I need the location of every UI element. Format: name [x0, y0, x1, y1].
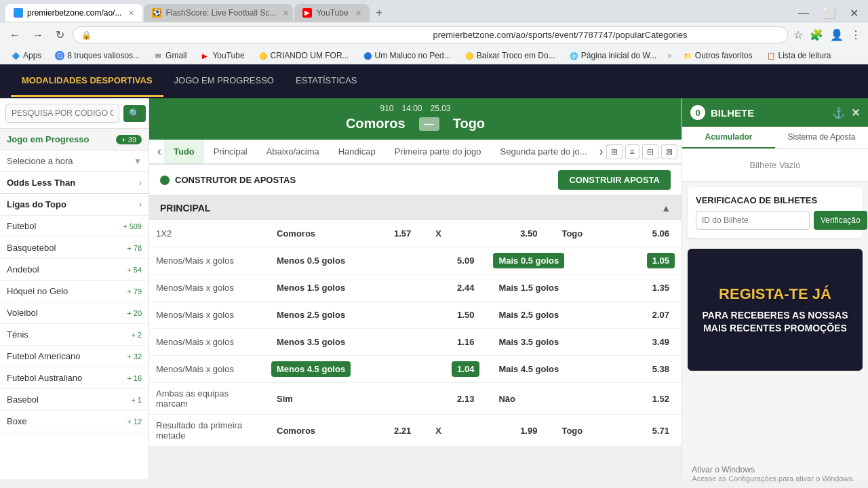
bilhete-close-icon[interactable]: ✕ — [851, 106, 860, 119]
address-bar[interactable]: 🔒 premierbetzone.com/ao/sports/event/778… — [73, 26, 788, 43]
bookmark-pagina[interactable]: 🌐 Página inicial do W... — [564, 49, 662, 62]
bookmark-criando[interactable]: 🟡 CRIANDO UM FOR... — [253, 49, 355, 62]
odds-btn-x[interactable]: X — [430, 423, 447, 439]
odds-more-value[interactable]: 1.05 — [618, 247, 682, 274]
tab-close-2[interactable]: ✕ — [283, 9, 289, 18]
sidebar-sport-item[interactable]: Voleibol+ 20 — [0, 302, 149, 324]
forward-button[interactable]: → — [28, 28, 47, 43]
nav-modalidades[interactable]: MODALIDADES DESPORTIVAS — [11, 66, 163, 97]
outcome-less-btn[interactable]: Menos 3.5 golos — [271, 334, 351, 350]
odds-value[interactable]: 2.21 — [360, 415, 423, 447]
bookmark-gmail[interactable]: ✉ Gmail — [148, 49, 192, 62]
tab-segunda-parte[interactable]: Segunda parte do jo... — [491, 140, 597, 165]
nav-estatisticas[interactable]: ESTATÍSTICAS — [285, 66, 368, 97]
bookmark-truques[interactable]: G 8 truques valiosos... — [50, 49, 145, 62]
odds-away-btn[interactable]: 5.06 — [647, 226, 675, 241]
view-btn-4[interactable]: ⊠ — [661, 144, 677, 159]
odds-x-btn[interactable]: 1.99 — [515, 423, 542, 439]
view-btn-1[interactable]: ⊞ — [606, 144, 623, 159]
odds-more-value[interactable]: 2.07 — [618, 302, 682, 329]
outcome-more-btn[interactable]: Mais 4.5 golos — [493, 361, 564, 377]
outcome-less-btn[interactable]: Menos 1.5 golos — [271, 280, 351, 296]
odds-more-value[interactable]: 1.52 — [618, 383, 682, 415]
close-browser-button[interactable]: ✕ — [846, 5, 863, 21]
search-button[interactable]: 🔍 — [123, 105, 146, 122]
bookmark-maluco[interactable]: 🔵 Um Maluco no Ped... — [357, 49, 456, 62]
profile-icon[interactable]: 👤 — [829, 27, 845, 43]
bookmark-star-icon[interactable]: ☆ — [792, 27, 804, 43]
outcome-less-btn[interactable]: Menos 2.5 golos — [271, 307, 351, 323]
sidebar-sport-item[interactable]: Basebol+ 1 — [0, 389, 149, 411]
ligas-topo[interactable]: Ligas do Topo › — [0, 194, 149, 216]
odds-less-value[interactable]: 1.04 — [423, 356, 486, 383]
refresh-button[interactable]: ↻ — [52, 27, 68, 43]
tab-primeira-parte[interactable]: Primeira parte do jogo — [385, 140, 491, 165]
sidebar-sport-item[interactable]: Boxe+ 12 — [0, 411, 149, 432]
bookmark-baixar[interactable]: 🟡 Baixar Troco em Do... — [459, 49, 561, 62]
outcome-more-btn[interactable]: Mais 3.5 golos — [493, 334, 564, 350]
odds-less-val-btn[interactable]: 1.04 — [452, 361, 479, 377]
tab-active[interactable]: 🌐 premierbetzone.com/ao/... ✕ — [5, 4, 142, 22]
odds-value-x[interactable]: 3.50 — [486, 220, 549, 247]
search-input[interactable] — [5, 104, 119, 123]
outcome-more-btn[interactable]: Mais 0.5 golos — [493, 253, 564, 268]
odds-less-value[interactable]: 5.09 — [423, 247, 486, 274]
odds-less-value[interactable]: 2.13 — [423, 383, 486, 415]
outcome-more-btn[interactable]: Mais 2.5 golos — [493, 307, 564, 323]
odds-value-away[interactable]: 5.71 — [618, 415, 682, 447]
sidebar-sport-item[interactable]: Ténis+ 2 — [0, 324, 149, 346]
odds-less-value[interactable]: 2.44 — [423, 274, 486, 302]
sidebar-sport-item[interactable]: Hóquei no Gelo+ 79 — [0, 281, 149, 302]
odds-less-value[interactable]: 1.50 — [423, 302, 486, 329]
select-hour[interactable]: Selecione a hora ▼ — [0, 150, 149, 172]
odds-more-val-btn[interactable]: 5.38 — [647, 361, 675, 377]
odds-away-btn[interactable]: 5.71 — [647, 423, 675, 439]
sidebar-sport-item[interactable]: Futebol Americano+ 32 — [0, 346, 149, 367]
odds-more-value[interactable]: 5.38 — [618, 356, 682, 383]
minimize-button[interactable]: — — [794, 5, 813, 21]
tab-acumulador[interactable]: Acumulador — [682, 127, 775, 148]
odds-less-val-btn[interactable]: 1.50 — [452, 307, 479, 323]
odds-btn[interactable]: Comoros — [271, 423, 321, 439]
bookmark-youtube[interactable]: ▶ YouTube — [195, 49, 250, 62]
tab-next-button[interactable]: › — [597, 142, 606, 161]
odds-value-away[interactable]: 5.06 — [618, 220, 682, 247]
extension-icon[interactable]: 🧩 — [808, 27, 825, 43]
odds-x-btn[interactable]: 3.50 — [515, 226, 542, 241]
outcome-less-btn[interactable]: Menos 0.5 golos — [271, 253, 351, 268]
odds-less-val-btn[interactable]: 2.13 — [452, 391, 479, 407]
odds-btn[interactable]: Comoros — [271, 226, 321, 241]
bookmarks-more-icon[interactable]: » — [665, 51, 675, 60]
tab-handicap[interactable]: Handicap — [329, 140, 385, 165]
nav-jogo[interactable]: JOGO EM PROGRESSO — [163, 66, 285, 97]
sidebar-sport-item[interactable]: Futebol+ 509 — [0, 216, 149, 237]
tab-youtube[interactable]: ▶ YouTube ✕ — [294, 4, 369, 22]
odds-less-than[interactable]: Odds Less Than › — [0, 172, 149, 194]
view-btn-2[interactable]: ≡ — [625, 144, 639, 159]
outcome-less-btn[interactable]: Sim — [271, 391, 298, 407]
odds-more-val-btn[interactable]: 3.49 — [647, 334, 675, 350]
tab-flashscore[interactable]: ⚽ FlashScore: Live Football Sc... ✕ — [144, 4, 293, 22]
back-button[interactable]: ← — [5, 28, 24, 43]
bookmark-lista[interactable]: 📋 Lista de leitura — [761, 49, 837, 62]
odds-value-btn[interactable]: 2.21 — [389, 423, 416, 439]
new-tab-button[interactable]: + — [371, 4, 388, 22]
bookmark-apps[interactable]: 🔷 Apps — [5, 49, 47, 62]
live-section[interactable]: Jogo em Progresso + 39 — [0, 129, 149, 150]
odds-more-value[interactable]: 3.49 — [618, 329, 682, 356]
tab-principal[interactable]: Principal — [204, 140, 257, 165]
odds-value-btn[interactable]: 1.57 — [389, 226, 416, 241]
verificacao-input[interactable] — [696, 211, 810, 230]
odds-btn-away[interactable]: Togo — [556, 423, 588, 439]
sidebar-sport-item[interactable]: Futebol Australiano+ 16 — [0, 367, 149, 389]
outcome-less-btn[interactable]: Menos 4.5 golos — [271, 361, 351, 377]
odds-btn-away[interactable]: Togo — [556, 226, 588, 241]
outcome-more-btn[interactable]: Mais 1.5 golos — [493, 280, 564, 296]
tab-abaixo-acima[interactable]: Abaixo/acima — [257, 140, 329, 165]
odds-more-val-btn[interactable]: 1.35 — [647, 280, 675, 296]
view-btn-3[interactable]: ⊟ — [642, 144, 658, 159]
odds-value-x[interactable]: 1.99 — [486, 415, 549, 447]
sidebar-sport-item[interactable]: Basquetebol+ 78 — [0, 237, 149, 259]
verificacao-button[interactable]: Verificação — [814, 211, 867, 230]
tab-close-1[interactable]: ✕ — [128, 9, 134, 18]
